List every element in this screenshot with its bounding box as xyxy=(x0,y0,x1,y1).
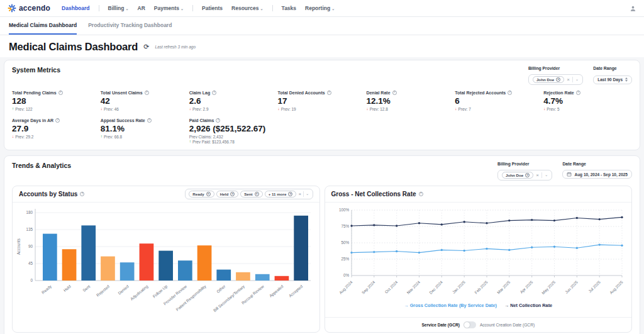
help-icon[interactable]: ? xyxy=(508,91,512,95)
metric-value: 2.6 xyxy=(189,96,278,106)
help-icon[interactable]: ? xyxy=(216,118,220,123)
help-icon[interactable]: ? xyxy=(576,91,580,95)
nav-item-payments[interactable]: Payments⌄ xyxy=(154,5,184,11)
status-chip-sent[interactable]: Sent× xyxy=(240,191,262,198)
billing-provider-chip[interactable]: John Doe × xyxy=(533,76,564,83)
clear-icon[interactable]: × xyxy=(567,77,570,82)
chip-remove-icon[interactable]: × xyxy=(230,192,235,196)
trends-date-range-select[interactable]: Aug 10, 2024 - Sep 10, 2025 xyxy=(562,170,632,179)
select-divider xyxy=(303,191,304,197)
brand-name: accendo xyxy=(19,4,50,13)
nav-item-tasks[interactable]: Tasks xyxy=(282,5,296,11)
nav-item-patients[interactable]: Patients xyxy=(202,5,223,11)
trend-up-icon: ↑ xyxy=(189,140,191,143)
svg-text:25%: 25% xyxy=(341,257,349,261)
accendo-logo-icon xyxy=(8,4,16,13)
accounts-chart-title-wrap: Accounts by Status ? xyxy=(19,191,84,198)
accounts-chart-title: Accounts by Status xyxy=(19,191,77,198)
help-icon[interactable]: ? xyxy=(212,91,216,95)
chevron-down-icon[interactable]: ⌄ xyxy=(575,77,579,82)
chip-label: Ready xyxy=(192,192,204,196)
clear-icon[interactable]: × xyxy=(298,192,301,197)
chip-remove-icon[interactable]: × xyxy=(206,192,211,196)
svg-text:Jun 2025: Jun 2025 xyxy=(564,279,579,294)
billing-provider-filter: Billing Provider John Doe × × ⌄ xyxy=(528,66,583,85)
tab-productivity-tracking-dashboard[interactable]: Productivity Tracking Dashboard xyxy=(88,17,172,35)
chip-remove-icon[interactable]: × xyxy=(525,173,530,177)
nav-item-resources[interactable]: Resources⌄ xyxy=(231,5,264,11)
chevron-down-icon: ⌄ xyxy=(125,7,128,11)
metric-label-text: Total Rejected Accounts xyxy=(455,91,506,95)
account-creation-toggle-label[interactable]: Account Creation Date (GCR) xyxy=(480,323,535,327)
accounts-by-status-card: Accounts by Status ? Ready×Held×Sent×+ 1… xyxy=(12,186,320,333)
system-metrics-card: System Metrics Billing Provider John Doe… xyxy=(4,60,640,150)
metric-average-days-in-ar: Average Days in AR?27.9↓Prev: 29.2 xyxy=(12,118,101,144)
billing-provider-chip-label: John Doe xyxy=(536,77,554,82)
metric-label: Claim Lag? xyxy=(189,91,278,95)
chevron-down-icon[interactable]: ⌄ xyxy=(545,173,548,177)
tab-medical-claims-dashboard[interactable]: Medical Claims Dashboard xyxy=(9,17,77,35)
metric-value: 17 xyxy=(278,96,367,106)
metric-total-rejected-accounts: Total Rejected Accounts?6↓Prev: 7 xyxy=(455,91,543,111)
bar-chart-body: 04590135180AccountsReadyHeldSentRejected… xyxy=(13,203,319,332)
status-filter-select[interactable]: Ready×Held×Sent×+ 11 more××⌄ xyxy=(185,189,313,199)
service-date-toggle-label[interactable]: Service Date (GCR) xyxy=(421,323,459,327)
metrics-grid: Total Pending Claims?128↑Prev: 122Total … xyxy=(12,91,632,144)
user-profile-icon[interactable] xyxy=(630,5,636,12)
metric-value: 128 xyxy=(12,96,101,106)
metric-label: Denial Rate? xyxy=(366,91,455,95)
nav-divider xyxy=(192,5,193,11)
nav-item-ar[interactable]: AR xyxy=(138,5,145,11)
status-chip-ready[interactable]: Ready× xyxy=(189,191,214,198)
legend-item-gross-collection-rate-by-service-date[interactable]: → Gross Collection Rate (By Service Date… xyxy=(404,303,497,308)
metric-value: 81.1% xyxy=(101,124,189,133)
accounts-by-status-bar-chart[interactable]: 04590135180AccountsReadyHeldSentRejected… xyxy=(15,204,316,330)
chip-remove-icon[interactable]: × xyxy=(556,77,560,82)
collections-rate-line-chart[interactable]: 0%25%50%75%100%Aug 2024Sep 2024Oct 2024N… xyxy=(328,204,630,299)
trend-text: Prev Paid: $123,456.78 xyxy=(192,140,235,144)
nav-item-billing[interactable]: Billing⌄ xyxy=(108,5,129,11)
billing-provider-chip[interactable]: John Doe × xyxy=(502,172,533,179)
svg-text:Other: Other xyxy=(216,284,226,293)
metric-value: 4.7% xyxy=(543,96,632,106)
date-range-select[interactable]: Last 90 Days xyxy=(593,75,632,84)
help-icon[interactable]: ? xyxy=(80,192,84,196)
chip-remove-icon[interactable]: × xyxy=(255,192,259,196)
nav-item-reporting[interactable]: Reporting⌄ xyxy=(305,5,335,11)
calendar-icon xyxy=(567,172,572,177)
help-icon[interactable]: ? xyxy=(419,192,423,196)
metric-label: Total Unsent Claims? xyxy=(101,91,189,95)
status-chip-11-more[interactable]: + 11 more× xyxy=(265,191,297,198)
trend-down-icon: ↓ xyxy=(278,107,280,111)
trend-text: Prev: 7 xyxy=(458,107,470,111)
svg-text:45: 45 xyxy=(28,261,33,265)
refresh-icon[interactable]: ⟳ xyxy=(143,43,149,50)
help-icon[interactable]: ? xyxy=(327,91,331,95)
clear-icon[interactable]: × xyxy=(536,173,539,178)
help-icon[interactable]: ? xyxy=(145,91,149,95)
help-icon[interactable]: ? xyxy=(147,118,152,123)
chip-remove-icon[interactable]: × xyxy=(288,192,292,196)
nav-divider xyxy=(272,5,273,11)
help-icon[interactable]: ? xyxy=(55,118,60,123)
metric-label: Paid Claims? xyxy=(189,118,278,123)
metric-total-unsent-claims: Total Unsent Claims?42↓Prev: 46 xyxy=(101,91,189,111)
svg-text:Mar 2025: Mar 2025 xyxy=(496,279,511,294)
nav-item-dashboard[interactable]: Dashboard xyxy=(62,5,89,11)
help-icon[interactable]: ? xyxy=(392,91,397,95)
gcr-date-toggle[interactable] xyxy=(464,321,476,328)
line-chart-body: 0%25%50%75%100%Aug 2024Sep 2024Oct 2024N… xyxy=(325,203,632,302)
help-icon[interactable]: ? xyxy=(58,91,63,95)
status-chip-held[interactable]: Held× xyxy=(216,191,238,198)
svg-text:Accounts: Accounts xyxy=(16,238,21,255)
chevron-down-icon[interactable]: ⌄ xyxy=(306,192,309,196)
line-chart-legend: → Gross Collection Rate (By Service Date… xyxy=(325,302,632,310)
brand-logo[interactable]: accendo xyxy=(8,4,50,13)
billing-provider-select[interactable]: John Doe × × ⌄ xyxy=(528,74,583,85)
trends-billing-provider-select[interactable]: John Doe × × ⌄ xyxy=(497,170,552,181)
legend-item-net-collection-rate[interactable]: → Net Collection Rate xyxy=(504,303,552,308)
svg-text:Nov 2024: Nov 2024 xyxy=(406,279,421,294)
trends-analytics-card: Trends & Analytics Billing Provider John… xyxy=(4,155,640,334)
date-range-filter: Date Range Last 90 Days xyxy=(593,66,632,85)
chevron-down-icon: ⌄ xyxy=(180,7,184,11)
